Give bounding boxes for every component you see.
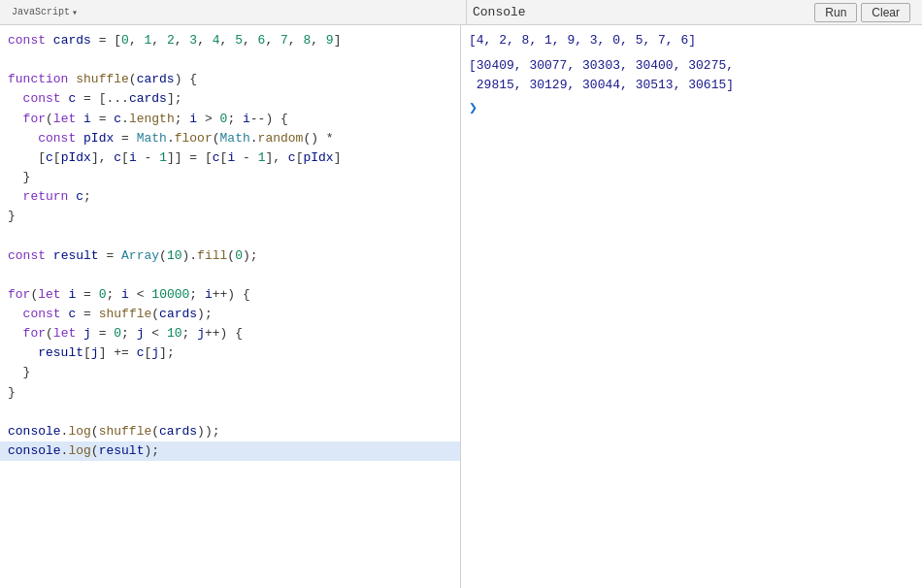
- code-line-11: [0, 226, 460, 245]
- code-line-1: const cards = [0, 1, 2, 3, 4, 5, 6, 7, 8…: [0, 31, 460, 50]
- code-line-5: for(let i = c.length; i > 0; i--) {: [0, 110, 460, 129]
- code-line-19: }: [0, 383, 460, 403]
- clear-button[interactable]: Clear: [861, 3, 910, 22]
- console-input[interactable]: [481, 101, 914, 115]
- code-line-6: const pIdx = Math.floor(Math.random() *: [0, 129, 460, 148]
- code-line-18: }: [0, 363, 460, 382]
- console-output-2: [30409, 30077, 30303, 30400, 30275, 2981…: [469, 56, 914, 95]
- console-output-1: [4, 2, 8, 1, 9, 3, 0, 5, 7, 6]: [469, 31, 914, 50]
- code-line-21: console.log(shuffle(cards));: [0, 422, 460, 441]
- console-prompt[interactable]: ❯: [469, 99, 914, 117]
- code-line-17: result[j] += c[j];: [0, 343, 460, 363]
- run-button[interactable]: Run: [814, 3, 857, 22]
- code-line-10: }: [0, 207, 460, 226]
- code-line-13: [0, 266, 460, 285]
- language-selector[interactable]: JavaScript ▾: [12, 7, 78, 18]
- code-line-15: const c = shuffle(cards);: [0, 305, 460, 324]
- console-panel: [4, 2, 8, 1, 9, 3, 0, 5, 7, 6] [30409, 3…: [461, 25, 922, 588]
- code-line-7: [c[pIdx], c[i - 1]] = [c[i - 1], c[pIdx]: [0, 148, 460, 168]
- code-line-20: [0, 403, 460, 422]
- code-line-12: const result = Array(10).fill(0);: [0, 246, 460, 266]
- prompt-arrow-icon: ❯: [469, 99, 477, 117]
- code-line-8: }: [0, 168, 460, 187]
- console-label: Console: [473, 5, 810, 19]
- code-line-22: console.log(result);: [0, 441, 460, 461]
- code-line-9: return c;: [0, 187, 460, 207]
- code-editor[interactable]: const cards = [0, 1, 2, 3, 4, 5, 6, 7, 8…: [0, 25, 461, 588]
- chevron-down-icon: ▾: [72, 7, 78, 18]
- code-line-2: [0, 50, 460, 70]
- code-line-14: for(let i = 0; i < 10000; i++) {: [0, 285, 460, 305]
- language-label: JavaScript: [12, 7, 70, 17]
- code-line-3: function shuffle(cards) {: [0, 70, 460, 89]
- code-line-16: for(let j = 0; j < 10; j++) {: [0, 324, 460, 343]
- code-line-4: const c = [...cards];: [0, 89, 460, 109]
